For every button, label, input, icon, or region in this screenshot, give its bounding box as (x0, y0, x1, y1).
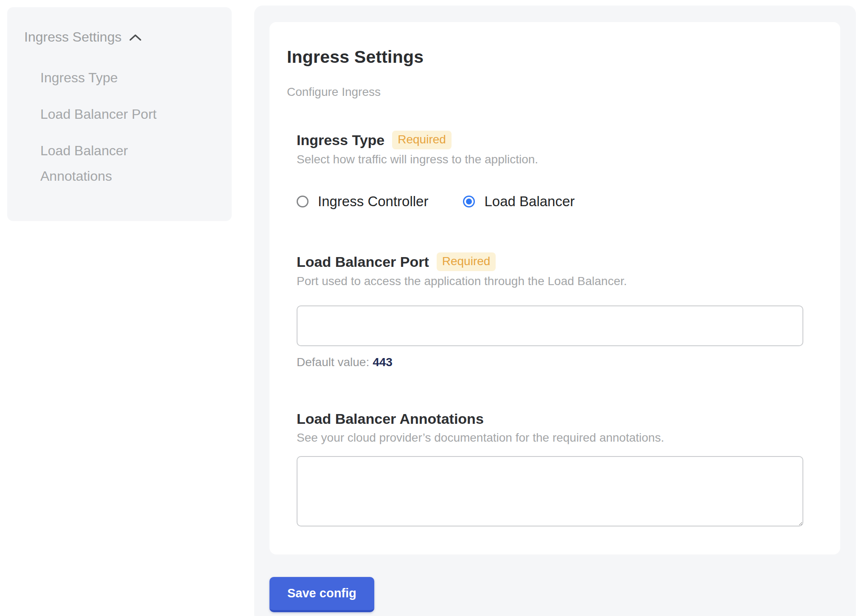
sidebar-item-ingress-type[interactable]: Ingress Type (40, 65, 189, 90)
load-balancer-port-label: Load Balancer Port (297, 253, 429, 271)
sidebar-item-load-balancer-port[interactable]: Load Balancer Port (40, 101, 189, 127)
section-ingress-type: Ingress Type Required Select how traffic… (297, 131, 817, 210)
required-badge: Required (392, 131, 452, 149)
radio-label-load-balancer: Load Balancer (484, 193, 575, 210)
default-value-line: Default value:443 (297, 356, 817, 369)
chevron-up-icon[interactable] (129, 32, 142, 42)
ingress-type-description: Select how traffic will ingress to the a… (297, 152, 817, 167)
section-load-balancer-port: Load Balancer Port Required Port used to… (297, 252, 817, 369)
ingress-type-label: Ingress Type (297, 131, 384, 149)
page-subtitle: Configure Ingress (287, 85, 817, 99)
page: Ingress Settings Ingress Type Load Balan… (0, 0, 864, 616)
ingress-type-radio-group: Ingress Controller Load Balancer (297, 193, 817, 210)
save-config-button[interactable]: Save config (269, 577, 374, 612)
save-row: Save config (269, 577, 840, 612)
load-balancer-annotations-label: Load Balancer Annotations (297, 410, 484, 428)
settings-nav-sidebar: Ingress Settings Ingress Type Load Balan… (7, 7, 232, 221)
section-load-balancer-annotations: Load Balancer Annotations See your cloud… (297, 410, 817, 526)
radio-option-load-balancer[interactable]: Load Balancer (463, 193, 575, 210)
radio-icon-ingress-controller[interactable] (297, 196, 309, 207)
default-value: 443 (373, 356, 393, 369)
required-badge: Required (437, 252, 496, 271)
load-balancer-annotations-textarea[interactable] (297, 456, 803, 526)
sidebar-item-load-balancer-annotations[interactable]: Load Balancer Annotations (40, 138, 189, 189)
sidebar-group-label: Ingress Settings (24, 28, 121, 45)
default-value-label: Default value: (297, 356, 369, 369)
sidebar-group-ingress-settings[interactable]: Ingress Settings (24, 28, 215, 45)
settings-main-panel: Ingress Settings Configure Ingress Ingre… (254, 6, 856, 616)
page-title: Ingress Settings (287, 47, 817, 67)
load-balancer-annotations-description: See your cloud provider’s documentation … (297, 430, 817, 445)
load-balancer-port-input[interactable] (297, 305, 803, 346)
sidebar-item-list: Ingress Type Load Balancer Port Load Bal… (24, 65, 215, 189)
radio-label-ingress-controller: Ingress Controller (318, 193, 428, 210)
ingress-settings-card: Ingress Settings Configure Ingress Ingre… (269, 22, 840, 554)
radio-option-ingress-controller[interactable]: Ingress Controller (297, 193, 428, 210)
load-balancer-port-description: Port used to access the application thro… (297, 274, 817, 288)
radio-icon-load-balancer[interactable] (463, 196, 475, 207)
